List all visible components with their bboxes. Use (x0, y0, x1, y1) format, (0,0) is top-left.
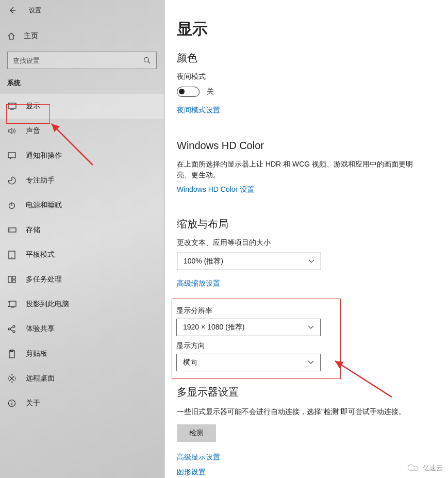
search-input[interactable] (13, 57, 143, 64)
power-icon (7, 201, 16, 209)
orientation-label: 显示方向 (176, 341, 237, 351)
svg-point-5 (9, 229, 10, 230)
topbar-title: 设置 (29, 6, 41, 15)
sidebar-item-project[interactable]: 投影到此电脑 (0, 292, 164, 317)
night-mode-label: 夜间模式 (177, 72, 436, 81)
sidebar-item-display[interactable]: 显示 (0, 94, 164, 119)
svg-point-21 (411, 469, 412, 470)
resolution-select[interactable]: 1920 × 1080 (推荐) (176, 319, 321, 336)
svg-point-14 (13, 331, 15, 333)
svg-rect-1 (8, 103, 16, 108)
sidebar-item-label: 远程桌面 (26, 374, 55, 383)
svg-point-22 (414, 469, 415, 470)
text-size-label: 更改文本、应用等项目的大小 (177, 238, 436, 248)
chevron-down-icon (308, 259, 314, 263)
svg-rect-2 (8, 153, 15, 158)
sidebar-item-label: 多任务处理 (26, 275, 62, 284)
sidebar-item-storage[interactable]: 存储 (0, 218, 164, 242)
watermark-text: 亿速云 (423, 464, 443, 473)
watermark-icon (407, 464, 421, 473)
watermark: 亿速云 (407, 464, 443, 473)
about-icon (7, 399, 16, 407)
nav-list: 显示 声音 通知和操作 专注助手 电源和睡眠 存储 (0, 94, 164, 416)
hdcolor-settings-link[interactable]: Windows HD Color 设置 (177, 185, 254, 194)
sidebar-item-label: 存储 (26, 225, 40, 235)
sidebar-item-label: 平板模式 (26, 250, 55, 259)
adv-display-link[interactable]: 高级显示设置 (177, 453, 220, 462)
svg-point-7 (11, 257, 12, 258)
sidebar-item-clipboard[interactable]: 剪贴板 (0, 341, 164, 366)
sidebar-item-about[interactable]: 关于 (0, 391, 164, 416)
svg-rect-8 (8, 276, 11, 283)
sidebar-item-sound[interactable]: 声音 (0, 119, 164, 143)
topbar: 设置 (0, 0, 164, 21)
home-label: 主页 (24, 31, 38, 41)
resolution-label: 显示分辨率 (176, 306, 237, 316)
orientation-select[interactable]: 横向 (176, 354, 321, 371)
orientation-value: 横向 (183, 358, 197, 367)
multi-desc: 一些旧式显示器可能不会进行自动连接，选择"检测"即可尝试手动连接。 (177, 406, 414, 417)
night-mode-toggle[interactable] (177, 87, 200, 97)
sidebar-item-label: 投影到此电脑 (26, 300, 69, 309)
section-multi: 多显示器设置 (177, 385, 436, 399)
back-arrow-icon (8, 6, 16, 14)
hdcolor-desc: 在上面所选择的显示器上让 HDR 和 WCG 视频、游戏和应用中的画面更明亮、更… (177, 159, 414, 180)
storage-icon (7, 227, 16, 233)
section-hdcolor: Windows HD Color (177, 140, 436, 152)
multitask-icon (7, 276, 16, 283)
svg-rect-10 (12, 280, 15, 283)
tablet-icon (7, 251, 16, 259)
sound-icon (7, 127, 16, 135)
sidebar-item-power[interactable]: 电源和睡眠 (0, 193, 164, 218)
page-title: 显示 (177, 19, 436, 40)
search-box[interactable] (7, 52, 157, 69)
chevron-down-icon (308, 325, 314, 329)
sidebar-item-label: 体验共享 (26, 324, 55, 334)
clipboard-icon (7, 350, 16, 358)
sidebar-item-label: 关于 (26, 399, 40, 408)
search-wrap (0, 46, 164, 72)
detect-button[interactable]: 检测 (177, 424, 216, 442)
sidebar-item-multitask[interactable]: 多任务处理 (0, 267, 164, 292)
chevron-down-icon (308, 360, 314, 365)
project-icon (7, 301, 16, 308)
graphics-settings-link[interactable]: 图形设置 (177, 468, 206, 477)
sidebar-item-label: 通知和操作 (26, 151, 62, 160)
category-label: 系统 (0, 72, 164, 91)
svg-point-13 (13, 325, 15, 327)
remote-icon (7, 374, 16, 383)
sidebar-item-focus[interactable]: 专注助手 (0, 168, 164, 193)
main-content: 显示 颜色 夜间模式 关 夜间模式设置 Windows HD Color 在上面… (164, 0, 448, 478)
night-mode-toggle-row: 关 (177, 87, 436, 97)
svg-rect-15 (9, 351, 14, 358)
sidebar-item-label: 专注助手 (26, 176, 55, 185)
sidebar-item-label: 电源和睡眠 (26, 201, 62, 210)
night-mode-state: 关 (207, 87, 214, 96)
svg-point-18 (11, 401, 12, 402)
svg-point-12 (8, 328, 10, 330)
night-mode-settings-link[interactable]: 夜间模式设置 (177, 106, 220, 115)
text-size-select[interactable]: 100% (推荐) (177, 253, 321, 270)
sidebar-item-notifications[interactable]: 通知和操作 (0, 143, 164, 168)
sidebar-item-label: 声音 (26, 126, 40, 136)
section-color: 颜色 (177, 51, 436, 65)
adv-scale-link[interactable]: 高级缩放设置 (177, 279, 220, 288)
svg-rect-9 (12, 276, 15, 279)
display-icon (7, 103, 16, 110)
annotation-box-resolution: 显示分辨率 1920 × 1080 (推荐) 显示方向 横向 (172, 299, 341, 379)
resolution-value: 1920 × 1080 (推荐) (183, 323, 244, 332)
sidebar-item-shared[interactable]: 体验共享 (0, 317, 164, 341)
sidebar: 设置 主页 系统 显示 声音 (0, 0, 164, 478)
svg-point-0 (144, 58, 149, 62)
section-scale: 缩放与布局 (177, 217, 436, 231)
home-nav[interactable]: 主页 (0, 26, 164, 46)
sidebar-item-tablet[interactable]: 平板模式 (0, 242, 164, 267)
back-button[interactable] (6, 4, 19, 17)
sidebar-item-remote[interactable]: 远程桌面 (0, 366, 164, 391)
notifications-icon (7, 152, 16, 159)
home-icon (7, 32, 15, 40)
text-size-value: 100% (推荐) (184, 257, 223, 266)
search-icon (143, 56, 151, 64)
sidebar-item-label: 显示 (26, 102, 40, 111)
shared-icon (7, 325, 16, 333)
